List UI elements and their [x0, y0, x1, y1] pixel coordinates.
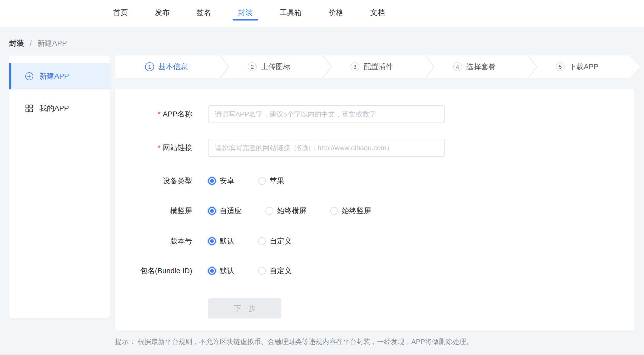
chevron-separator-icon	[323, 55, 332, 78]
nav-item-docs[interactable]: 文档	[370, 0, 385, 27]
radio-icon	[208, 207, 216, 215]
tip-text: 根据最新平台规则，不允许区块链虚拟币、金融理财类等违规内容在平台封装，一经发现，…	[137, 338, 473, 346]
step-number: 1	[145, 62, 154, 71]
form-row-app-name: *APP名称	[115, 105, 635, 123]
grid-icon	[25, 104, 33, 113]
sidebar-item-label: 我的APP	[39, 103, 69, 113]
step-number: 4	[453, 62, 462, 71]
radio-bundle-custom[interactable]: 自定义	[258, 266, 292, 276]
step-label: 选择套餐	[466, 62, 496, 72]
form-row-version: 版本号 默认 自定义	[115, 236, 635, 246]
radio-label: 自适应	[220, 206, 242, 216]
radio-always-portrait[interactable]: 始终竖屏	[330, 206, 371, 216]
platform-rule-tip: 提示： 根据最新平台规则，不允许区块链虚拟币、金融理财类等违规内容在平台封装，一…	[115, 337, 473, 346]
sidebar-item-new-app[interactable]: 新建APP	[9, 63, 110, 89]
radio-icon	[208, 267, 216, 275]
step-upload-icon: 2 上传图标	[218, 55, 320, 78]
radio-icon	[258, 237, 266, 245]
radio-icon	[330, 207, 338, 215]
step-download-app: 5 下载APP	[526, 55, 628, 78]
chevron-separator-icon	[425, 55, 435, 78]
required-mark: *	[158, 110, 161, 118]
wizard-arrow-tip	[629, 55, 640, 78]
radio-label: 始终横屏	[277, 206, 306, 216]
radio-ios[interactable]: 苹果	[258, 176, 284, 186]
form-row-site-url: *网站链接	[115, 139, 635, 157]
radio-label: 苹果	[270, 176, 284, 186]
radio-label: 自定义	[270, 266, 292, 276]
radio-bundle-default[interactable]: 默认	[208, 266, 234, 276]
app-name-input[interactable]	[208, 105, 445, 123]
step-number: 3	[350, 62, 359, 71]
device-type-label: 设备类型	[115, 176, 192, 186]
radio-icon	[208, 237, 216, 245]
nav-item-home[interactable]: 首页	[113, 0, 128, 27]
bundle-id-label: 包名(Bundle ID)	[115, 266, 192, 276]
tip-prefix: 提示：	[115, 338, 136, 346]
chevron-separator-icon	[220, 55, 229, 78]
radio-icon	[258, 267, 266, 275]
form-row-device-type: 设备类型 安卓 苹果	[115, 176, 635, 186]
orientation-label: 横竖屏	[115, 206, 192, 216]
footer-top-edge	[0, 354, 644, 355]
new-app-form: *APP名称 *网站链接 设备类型 安卓 苹果 横竖屏	[115, 89, 635, 331]
form-row-orientation: 横竖屏 自适应 始终横屏 始终竖屏	[115, 206, 635, 216]
breadcrumb-separator: /	[30, 39, 32, 47]
top-nav-bar: 首页 发布 签名 封装 工具箱 价格 文档	[0, 0, 644, 27]
main-nav: 首页 发布 签名 封装 工具箱 价格 文档	[113, 0, 385, 27]
radio-icon	[265, 207, 273, 215]
radio-adaptive[interactable]: 自适应	[208, 206, 242, 216]
radio-version-default[interactable]: 默认	[208, 236, 234, 246]
radio-icon	[258, 177, 266, 185]
required-mark: *	[158, 144, 161, 152]
site-url-input[interactable]	[208, 139, 445, 157]
step-wizard: 1 基本信息 2 上传图标 3 配置插件 4 选择套餐 5 下载APP	[115, 55, 629, 78]
radio-label: 始终竖屏	[342, 206, 371, 216]
step-label: 配置插件	[364, 62, 393, 72]
step-number: 2	[248, 62, 257, 71]
app-name-label: *APP名称	[115, 109, 192, 119]
step-number: 5	[556, 62, 565, 71]
nav-item-publish[interactable]: 发布	[155, 0, 170, 27]
radio-icon	[208, 177, 216, 185]
radio-version-custom[interactable]: 自定义	[258, 236, 292, 246]
radio-label: 默认	[220, 236, 234, 246]
next-step-button[interactable]: 下一步	[208, 298, 281, 318]
step-label: 上传图标	[261, 62, 290, 72]
step-label: 基本信息	[158, 62, 188, 72]
sidebar-item-label: 新建APP	[39, 71, 69, 81]
radio-label: 自定义	[270, 236, 292, 246]
plus-circle-icon	[25, 72, 33, 80]
sidebar-item-my-app[interactable]: 我的APP	[9, 95, 110, 121]
step-configure-plugin: 3 配置插件	[320, 55, 423, 78]
radio-android[interactable]: 安卓	[208, 176, 234, 186]
radio-label: 默认	[220, 266, 234, 276]
sidebar: 新建APP 我的APP	[9, 55, 110, 318]
breadcrumb-parent[interactable]: 封装	[9, 39, 24, 47]
nav-item-pricing[interactable]: 价格	[329, 0, 343, 27]
nav-item-package[interactable]: 封装	[238, 0, 253, 27]
step-label: 下载APP	[569, 62, 598, 72]
nav-item-toolbox[interactable]: 工具箱	[280, 0, 302, 27]
radio-always-landscape[interactable]: 始终横屏	[265, 206, 306, 216]
form-row-bundle-id: 包名(Bundle ID) 默认 自定义	[115, 266, 635, 276]
radio-label: 安卓	[220, 176, 234, 186]
nav-item-signature[interactable]: 签名	[196, 0, 211, 27]
breadcrumb: 封装 / 新建APP	[9, 38, 67, 48]
step-basic-info: 1 基本信息	[115, 55, 218, 78]
site-url-label: *网站链接	[115, 143, 192, 153]
chevron-separator-icon	[528, 55, 537, 78]
version-label: 版本号	[115, 236, 192, 246]
step-select-plan: 4 选择套餐	[423, 55, 526, 78]
breadcrumb-current: 新建APP	[37, 39, 67, 47]
